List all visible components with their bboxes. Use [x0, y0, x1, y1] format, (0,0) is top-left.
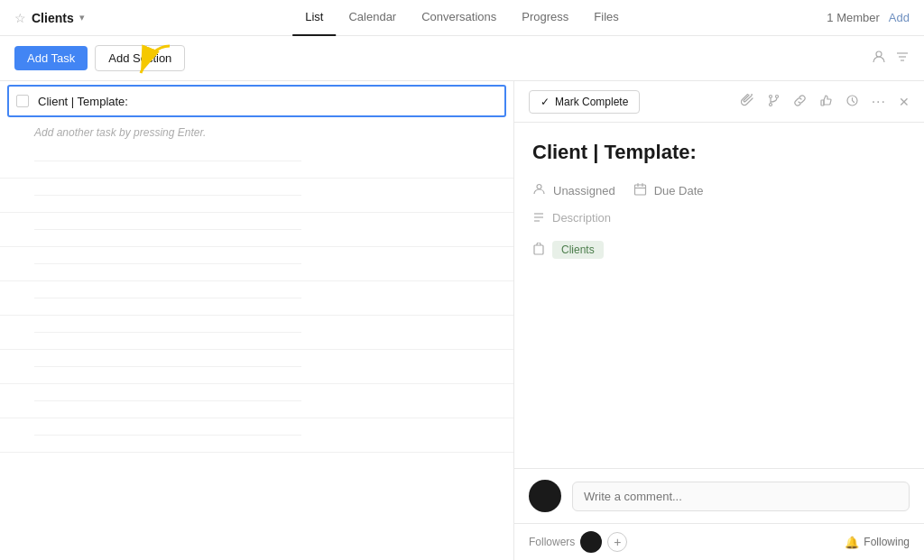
comment-input[interactable]: [572, 482, 910, 511]
right-panel: ✓ Mark Complete: [514, 81, 924, 560]
toolbar-left: Add Task Add Section: [14, 45, 185, 71]
task-detail-title: Client | Template:: [532, 141, 906, 164]
mark-complete-label: Mark Complete: [555, 96, 628, 108]
project-info: ☆ Clients ▾: [14, 11, 85, 25]
svg-rect-15: [534, 245, 543, 254]
table-row: [0, 179, 513, 213]
table-row: [0, 281, 513, 316]
table-row: [0, 384, 513, 418]
projects-row: Clients: [532, 241, 906, 259]
table-row: [0, 247, 513, 281]
close-icon[interactable]: ✕: [899, 95, 910, 109]
user-avatar: [529, 480, 561, 512]
tab-list[interactable]: List: [292, 0, 336, 36]
svg-point-0: [876, 51, 882, 57]
toolbar-right: [872, 50, 910, 68]
clock-icon[interactable]: [845, 94, 859, 110]
tab-files[interactable]: Files: [581, 0, 631, 36]
table-row: [0, 350, 513, 384]
add-follower-button[interactable]: +: [607, 532, 627, 552]
task-detail: Client | Template: Unassigned: [514, 123, 924, 468]
svg-rect-11: [634, 185, 645, 195]
active-task-row[interactable]: [7, 85, 506, 117]
svg-rect-8: [821, 100, 824, 106]
mark-complete-button[interactable]: ✓ Mark Complete: [529, 90, 640, 114]
following-button[interactable]: 🔔 Following: [845, 536, 910, 549]
description-icon: [532, 211, 545, 226]
check-icon: ✓: [541, 96, 550, 108]
add-section-button[interactable]: Add Section: [95, 45, 185, 71]
person-icon: [532, 182, 546, 198]
table-row: [0, 316, 513, 350]
toolbar: Add Task Add Section: [0, 36, 924, 81]
svg-point-6: [775, 95, 778, 97]
right-panel-header: ✓ Mark Complete: [514, 81, 924, 123]
svg-point-5: [769, 95, 772, 97]
description-label: Description: [552, 211, 611, 225]
assignee-label: Unassigned: [553, 184, 615, 197]
add-another-hint: Add another task by pressing Enter.: [0, 121, 513, 144]
following-label: Following: [864, 536, 910, 548]
comment-area: [514, 468, 924, 523]
clipboard-icon: [532, 243, 545, 258]
task-checkbox[interactable]: [16, 95, 29, 107]
chevron-down-icon[interactable]: ▾: [79, 12, 85, 23]
thumbup-icon[interactable]: [819, 94, 833, 110]
star-icon[interactable]: ☆: [14, 11, 26, 25]
assignee-field[interactable]: Unassigned: [532, 182, 615, 198]
due-date-label: Due Date: [654, 184, 704, 197]
followers-bar: Followers + 🔔 Following: [514, 523, 924, 560]
follower-avatar: [580, 531, 602, 553]
top-bar-right: 1 Member Add: [827, 11, 910, 24]
header-icons: ··· ✕: [741, 94, 910, 110]
tab-conversations[interactable]: Conversations: [409, 0, 509, 36]
more-options-icon[interactable]: ···: [872, 94, 886, 110]
table-row: [0, 144, 513, 179]
link-icon[interactable]: [793, 94, 807, 110]
header-actions: ✓ Mark Complete: [529, 90, 640, 114]
task-name-input[interactable]: [38, 95, 497, 108]
detail-row-assignee-duedate: Unassigned Due Date: [532, 182, 906, 198]
filter-icon[interactable]: [895, 50, 910, 68]
svg-point-7: [769, 103, 772, 106]
calendar-icon: [633, 182, 647, 198]
table-row: [0, 213, 513, 247]
add-member-link[interactable]: Add: [889, 11, 910, 24]
svg-point-10: [537, 185, 541, 189]
description-row[interactable]: Description: [532, 211, 906, 226]
followers-left: Followers +: [529, 531, 627, 553]
member-count: 1 Member: [827, 11, 880, 24]
person-icon[interactable]: [872, 50, 886, 68]
table-row: [0, 418, 513, 453]
project-tag[interactable]: Clients: [552, 241, 604, 259]
due-date-field[interactable]: Due Date: [633, 182, 704, 198]
main-layout: Add another task by pressing Enter. ✓ Ma…: [0, 81, 924, 560]
tab-calendar[interactable]: Calendar: [336, 0, 409, 36]
branch-icon[interactable]: [767, 94, 781, 110]
tab-progress[interactable]: Progress: [509, 0, 581, 36]
paperclip-icon[interactable]: [741, 94, 754, 110]
nav-tabs: List Calendar Conversations Progress Fil…: [292, 0, 632, 36]
add-task-button[interactable]: Add Task: [14, 46, 88, 70]
top-bar: ☆ Clients ▾ List Calendar Conversations …: [0, 0, 924, 36]
left-panel: Add another task by pressing Enter.: [0, 81, 514, 560]
project-name[interactable]: Clients: [32, 11, 74, 25]
followers-label: Followers: [529, 536, 575, 548]
bell-icon: 🔔: [845, 536, 859, 549]
